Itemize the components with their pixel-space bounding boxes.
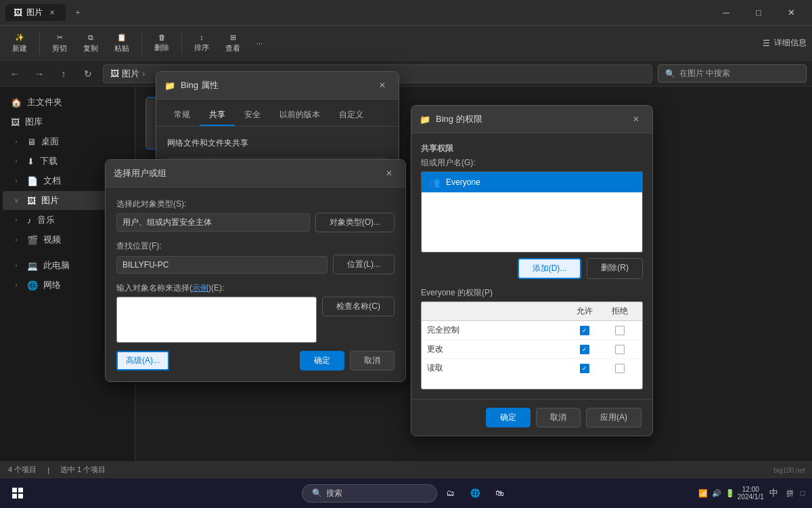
tab-general[interactable]: 常规 [164, 105, 200, 126]
full-control-allow-checkbox[interactable]: ✓ [580, 326, 589, 335]
perms-header: 允许 拒绝 [422, 302, 642, 321]
bing-perms-cancel-btn[interactable]: 取消 [536, 408, 581, 427]
add-user-btn[interactable]: 添加(D)... [518, 258, 582, 279]
network-tray-icon: 📶 [698, 489, 708, 498]
network-icon: 🌐 [27, 280, 38, 291]
minimize-btn[interactable]: ─ [710, 2, 742, 24]
more-btn[interactable]: ··· [250, 37, 269, 50]
select-user-body: 选择此对象类型(S): 用户、组或内置安全主体 对象类型(O)... 查找位置(… [106, 188, 405, 381]
bing-perms-titlebar: 📁 Bing 的权限 ✕ [411, 106, 652, 133]
maximize-btn[interactable]: □ [743, 2, 774, 24]
share-perms-section: 共享权限 [421, 143, 643, 154]
bing-perms-title: 📁 Bing 的权限 [420, 113, 482, 125]
check-names-btn[interactable]: 检查名称(C) [322, 297, 394, 316]
paste-btn[interactable]: 📋 粘贴 [108, 30, 136, 56]
expand-icon: ∨ [11, 195, 22, 206]
select-user-titlebar: 选择用户或组 ✕ [106, 160, 405, 188]
tab-custom[interactable]: 自定义 [330, 105, 373, 126]
example-link[interactable]: 示例 [192, 283, 208, 293]
toolbar-sep-3 [181, 33, 182, 54]
copy-btn[interactable]: ⧉ 复制 [76, 30, 105, 56]
section-title: 网络文件和文件夹共享 [167, 137, 388, 149]
read-deny-checkbox[interactable] [615, 364, 625, 373]
read-allow-checkbox[interactable]: ✓ [580, 364, 589, 373]
group-label: 组或用户名(G): [421, 157, 643, 169]
bing-perms-dialog: 📁 Bing 的权限 ✕ 共享权限 组或用户名(G): 👥 Everyone 添… [411, 105, 653, 436]
expand-icon: › [11, 280, 22, 291]
remove-user-btn[interactable]: 删除(R) [587, 258, 643, 279]
taskbar-search[interactable]: 🔍 搜索 [302, 484, 437, 503]
toolbar-sep-1 [39, 33, 40, 54]
taskbar-store-icon[interactable]: 🛍 [489, 482, 510, 504]
taskbar: 🔍 搜索 🗂 🌐 🛍 📶 🔊 🔋 12:00 2024/1/1 中 拼 □ [0, 478, 812, 508]
object-types-btn[interactable]: 对象类型(O)... [315, 213, 394, 232]
bing-perms-apply-btn[interactable]: 应用(A) [586, 408, 641, 427]
search-box[interactable]: 🔍 在图片 中搜索 [658, 64, 807, 83]
select-user-dialog: 选择用户或组 ✕ 选择此对象类型(S): 用户、组或内置安全主体 对象类型(O)… [105, 159, 406, 382]
downloads-icon: ⬇ [27, 156, 35, 167]
sidebar-label-thispc: 此电脑 [43, 259, 70, 272]
tab-previous[interactable]: 以前的版本 [270, 105, 330, 126]
sort-btn[interactable]: ↕ 排序 [187, 30, 216, 56]
delete-btn[interactable]: 🗑 删除 [148, 30, 176, 56]
new-btn[interactable]: ✨ 新建 [5, 30, 34, 56]
sidebar-label-home: 主文件夹 [27, 96, 62, 108]
tab-label: 图片 [26, 7, 43, 18]
notification-btn[interactable]: □ [799, 487, 807, 499]
location-section: 查找位置(F): BILLYFU-PC 位置(L)... [116, 240, 394, 274]
sidebar-label-pictures: 图片 [41, 194, 59, 207]
sidebar-item-home[interactable]: 🏠 主文件夹 [3, 93, 132, 112]
explorer-tab[interactable]: 🖼 图片 ✕ [5, 4, 66, 21]
expand-icon: › [11, 136, 22, 147]
gallery-icon: 🖼 [11, 117, 20, 127]
bing-perms-close-btn[interactable]: ✕ [628, 111, 644, 127]
start-btn[interactable] [5, 481, 30, 505]
bing-perms-body: 共享权限 组或用户名(G): 👥 Everyone 添加(D)... 删除(R)… [411, 133, 652, 399]
expand-icon: › [11, 175, 22, 186]
taskbar-browser-icon[interactable]: 🌐 [464, 482, 486, 504]
clock[interactable]: 12:00 2024/1/1 [738, 486, 764, 501]
toolbar-sep-2 [141, 33, 142, 54]
view-btn[interactable]: ⊞ 查看 [219, 30, 247, 56]
expand-icon: › [11, 215, 22, 226]
ime-indicator[interactable]: 中 [767, 486, 781, 501]
sidebar-label-video: 视频 [43, 234, 61, 246]
object-type-section: 选择此对象类型(S): 用户、组或内置安全主体 对象类型(O)... [116, 198, 394, 232]
sidebar-item-gallery[interactable]: 🖼 图库 [3, 112, 132, 131]
expand-icon: › [11, 234, 22, 245]
advanced-btn[interactable]: 高级(A)... [116, 351, 169, 371]
svg-rect-3 [18, 494, 23, 499]
user-everyone[interactable]: 👥 Everyone [422, 172, 642, 192]
full-control-deny-checkbox[interactable] [615, 326, 625, 335]
tab-sharing[interactable]: 共享 [200, 105, 235, 126]
ime-mode[interactable]: 拼 [784, 487, 796, 500]
taskbar-files-icon[interactable]: 🗂 [440, 482, 461, 504]
users-list: 👥 Everyone [421, 171, 643, 253]
forward-btn[interactable]: → [30, 64, 49, 83]
music-icon: ♪ [27, 215, 32, 226]
select-user-ok-btn[interactable]: 确定 [300, 351, 344, 371]
sidebar-item-desktop[interactable]: › 🖥 桌面 [3, 132, 132, 151]
tab-security[interactable]: 安全 [235, 105, 270, 126]
object-name-input[interactable] [116, 297, 317, 343]
cut-btn[interactable]: ✂ 剪切 [45, 30, 74, 56]
change-allow-checkbox[interactable]: ✓ [580, 345, 589, 354]
tab-close-btn[interactable]: ✕ [47, 7, 58, 18]
refresh-btn[interactable]: ↻ [78, 64, 97, 83]
detail-view-btn[interactable]: ☰ 详细信息 [763, 37, 807, 49]
select-user-close-btn[interactable]: ✕ [381, 165, 397, 182]
up-btn[interactable]: ↑ [54, 64, 73, 83]
sidebar-label-gallery: 图库 [25, 116, 43, 128]
locations-btn[interactable]: 位置(L)... [333, 255, 394, 274]
change-deny-checkbox[interactable] [615, 345, 625, 354]
select-user-footer: 高级(A)... 确定 取消 [116, 351, 394, 371]
expand-icon: › [11, 260, 22, 271]
back-btn[interactable]: ← [5, 64, 24, 83]
bing-props-close-btn[interactable]: ✕ [374, 77, 390, 93]
new-tab-btn[interactable]: ＋ [68, 3, 87, 22]
select-user-cancel-btn[interactable]: 取消 [350, 351, 394, 371]
expand-icon: › [11, 156, 22, 167]
bing-props-titlebar: 📁 Bing 属性 ✕ [156, 72, 399, 100]
bing-perms-ok-btn[interactable]: 确定 [486, 408, 531, 427]
close-btn[interactable]: ✕ [775, 2, 807, 24]
